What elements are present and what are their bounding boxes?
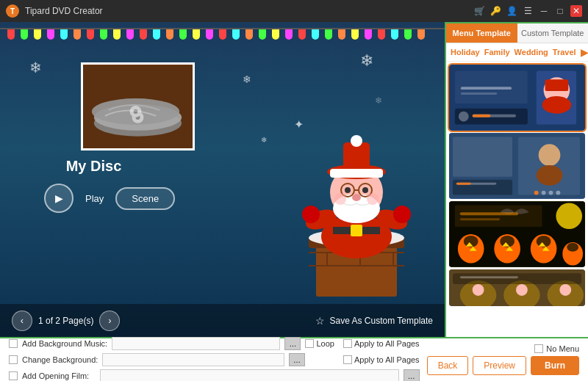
svg-rect-29 xyxy=(330,169,383,178)
svg-rect-58 xyxy=(456,183,471,185)
disc-title: My Disc xyxy=(0,158,187,175)
light-bulb xyxy=(285,29,293,40)
action-buttons: Back Preview Burn xyxy=(427,356,579,375)
svg-rect-80 xyxy=(460,212,518,215)
star-icon: ☆ xyxy=(315,315,325,327)
svg-rect-20 xyxy=(351,225,362,236)
light-bulb xyxy=(74,29,81,40)
svg-point-31 xyxy=(345,187,351,193)
profile-icon[interactable]: 👤 xyxy=(506,5,517,17)
category-holiday[interactable]: Holiday xyxy=(451,48,480,57)
minimize-icon[interactable]: ─ xyxy=(538,5,550,17)
light-bulb xyxy=(338,29,345,40)
category-travel[interactable]: Travel xyxy=(553,48,576,57)
category-wedding[interactable]: Wedding xyxy=(514,48,548,57)
svg-point-60 xyxy=(542,191,546,195)
svg-point-38 xyxy=(367,193,379,205)
svg-point-43 xyxy=(542,96,572,114)
preview-button[interactable]: Preview xyxy=(473,356,526,375)
nav-bar: ‹ 1 of 2 Page(s) › ☆ Save As Custom Temp… xyxy=(0,304,445,337)
tab-custom-template[interactable]: Custom Template xyxy=(517,23,589,43)
light-bulb xyxy=(100,29,107,40)
santa-figure xyxy=(283,106,430,297)
light-bulb xyxy=(126,29,134,40)
light-bulb xyxy=(365,29,372,40)
template-card-3[interactable] xyxy=(449,201,585,267)
change-bg-checkbox[interactable] xyxy=(9,355,18,364)
scene-button[interactable]: Scene xyxy=(115,187,175,210)
no-menu-checkbox[interactable] xyxy=(534,344,543,353)
svg-rect-42 xyxy=(545,79,569,91)
template-preview-3 xyxy=(449,201,585,267)
back-button[interactable]: Back xyxy=(427,356,469,375)
preview-area: ❄ ❄ ❄ ❄ ✦ ✦ ❄ ❄ My Disc xyxy=(0,22,445,337)
light-bulb xyxy=(193,29,200,40)
light-bulb xyxy=(325,29,332,40)
light-bulb xyxy=(7,29,15,40)
svg-point-23 xyxy=(302,206,320,223)
change-bg-input[interactable] xyxy=(102,353,284,366)
svg-point-86 xyxy=(473,284,484,296)
light-bulb xyxy=(206,29,213,40)
change-bg-row: Change Background: … Apply to All Pages xyxy=(9,353,420,366)
light-bulb xyxy=(113,29,121,40)
svg-point-32 xyxy=(362,187,368,193)
menu-icon[interactable]: ☰ xyxy=(522,5,534,17)
category-more-icon[interactable]: ▶ xyxy=(581,46,588,58)
apply-all-checkbox-1[interactable] xyxy=(343,339,352,348)
options-right: No Menu Back Preview Burn xyxy=(420,344,579,375)
key-icon[interactable]: 🔑 xyxy=(490,5,501,17)
svg-point-64 xyxy=(556,203,582,229)
close-icon[interactable]: ✕ xyxy=(570,5,582,17)
template-card-1[interactable] xyxy=(449,65,585,131)
svg-point-54 xyxy=(537,165,563,186)
bg-music-checkbox[interactable] xyxy=(9,339,18,348)
svg-rect-49 xyxy=(461,87,512,90)
change-bg-browse-button[interactable]: … xyxy=(289,353,305,366)
svg-rect-81 xyxy=(460,218,500,220)
snowflake: ❄ xyxy=(360,51,373,70)
loop-checkbox[interactable] xyxy=(305,339,314,348)
apply-all-checkbox-2[interactable] xyxy=(343,355,352,364)
save-template-button[interactable]: ☆ Save As Custom Template xyxy=(315,315,433,327)
light-bulb xyxy=(47,29,54,40)
light-bulb xyxy=(351,29,359,40)
light-bulb xyxy=(153,29,160,40)
apply-all-label-2: Apply to All Pages xyxy=(354,355,420,364)
opening-film-row: Add Opening Film: … xyxy=(9,369,420,381)
opening-film-input[interactable] xyxy=(100,369,399,381)
apply-all-pages-1: Apply to All Pages xyxy=(343,339,420,348)
light-bulb xyxy=(298,29,306,40)
maximize-icon[interactable]: □ xyxy=(554,5,566,17)
svg-point-37 xyxy=(334,193,346,205)
bg-music-input[interactable] xyxy=(112,337,280,350)
no-menu-label: No Menu xyxy=(546,344,579,353)
tab-menu-template[interactable]: Menu Template xyxy=(446,23,517,43)
bg-music-browse-button[interactable]: … xyxy=(284,337,301,350)
light-bulb xyxy=(21,29,28,40)
svg-point-53 xyxy=(539,144,561,166)
svg-point-59 xyxy=(534,191,539,195)
next-page-button[interactable]: › xyxy=(99,311,120,331)
bg-music-label: Add Background Music: xyxy=(22,339,107,348)
opening-film-checkbox[interactable] xyxy=(9,371,18,380)
svg-rect-55 xyxy=(453,137,512,176)
template-card-4[interactable] xyxy=(449,269,585,306)
template-preview-2 xyxy=(449,133,585,199)
opening-film-browse-button[interactable]: … xyxy=(404,369,420,381)
title-bar: T Tipard DVD Creator 🛒 🔑 👤 ☰ ─ □ ✕ xyxy=(0,0,588,22)
category-family[interactable]: Family xyxy=(484,48,510,57)
opening-film-label: Add Opening Film: xyxy=(22,371,96,380)
play-button[interactable]: ▶ xyxy=(44,184,74,213)
template-card-2[interactable] xyxy=(449,133,585,199)
burn-button[interactable]: Burn xyxy=(531,356,579,375)
category-bar: Holiday Family Wedding Travel ▶ xyxy=(446,43,588,62)
cart-icon[interactable]: 🛒 xyxy=(473,5,485,17)
app-title: Tipard DVD Creator xyxy=(25,6,473,16)
svg-rect-50 xyxy=(461,92,497,95)
prev-page-button[interactable]: ‹ xyxy=(12,311,32,331)
light-bulb xyxy=(417,29,425,40)
panel-tabs: Menu Template Custom Template xyxy=(446,23,588,43)
title-bar-controls: 🛒 🔑 👤 ☰ ─ □ ✕ xyxy=(473,5,582,17)
apply-all-label-1: Apply to All Pages xyxy=(354,339,420,348)
